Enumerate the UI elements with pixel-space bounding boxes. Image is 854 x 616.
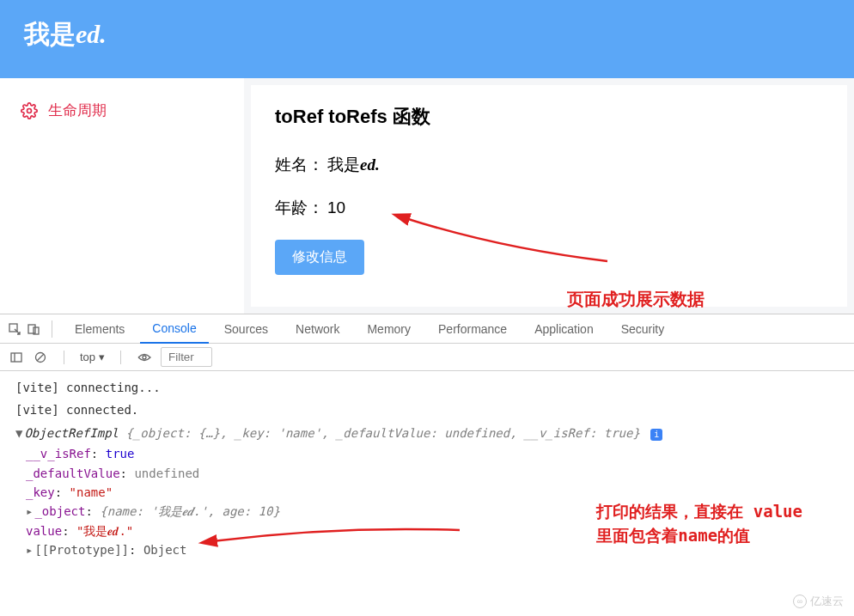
gear-icon [21, 102, 38, 119]
annotation-arrow-icon [397, 214, 612, 265]
chevron-down-icon: ▾ [99, 351, 105, 363]
content-panel: toRef toRefs 函数 姓名： 我是ed. 年龄： 10 修改信息 [251, 85, 847, 307]
devtools-tabs: Elements Console Sources Network Memory … [0, 314, 854, 344]
tab-memory[interactable]: Memory [355, 315, 423, 343]
tab-elements[interactable]: Elements [63, 315, 137, 343]
console-line: [vite] connected. [7, 399, 847, 421]
name-row: 姓名： 我是ed. [275, 154, 823, 176]
age-value: 10 [327, 198, 345, 217]
header-title-prefix: 我是 [24, 20, 76, 48]
inspect-icon[interactable] [7, 321, 22, 337]
sidebar-item-ref-reactive[interactable]: ref reactive 函数 [0, 207, 244, 271]
console-object[interactable]: ▼ObjectRefImpl {_object: {…}, _key: 'nam… [7, 422, 847, 444]
annotation-console-result: 打印的结果，直接在 value 里面包含着name的值 [596, 499, 802, 548]
watermark-icon: ∞ [793, 595, 807, 608]
tab-console[interactable]: Console [140, 314, 208, 344]
svg-point-1 [27, 173, 32, 177]
svg-rect-6 [11, 353, 21, 362]
sidebar-item-lifecycle[interactable]: 生命周期 [0, 78, 244, 143]
content-heading: toRef toRefs 函数 [275, 104, 823, 130]
watermark: ∞ 亿速云 [793, 594, 844, 609]
expander-icon[interactable]: ▼ [15, 426, 22, 440]
app-header: 我是ed. [0, 0, 854, 78]
filter-input[interactable] [161, 347, 212, 367]
console-toolbar: top ▾ [0, 344, 854, 371]
sidebar-item-label: 生命周期 [48, 101, 107, 120]
name-value: 我是ed. [327, 154, 380, 176]
console-output: [vite] connecting... [vite] connected. ▼… [0, 371, 854, 565]
expander-icon[interactable]: ▸ [26, 504, 33, 518]
name-label: 姓名： [275, 154, 324, 176]
devtools: Elements Console Sources Network Memory … [0, 314, 854, 616]
sidebar-item-label: ref reactive 函数 [48, 229, 154, 249]
gear-icon [21, 167, 38, 184]
age-label: 年龄： [275, 197, 324, 219]
console-line: [vite] connecting... [7, 376, 847, 399]
svg-line-9 [37, 354, 44, 361]
svg-point-2 [27, 237, 32, 241]
tab-security[interactable]: Security [609, 315, 677, 343]
expander-icon[interactable]: ▸ [26, 543, 33, 557]
tab-sources[interactable]: Sources [212, 315, 280, 343]
age-row: 年龄： 10 [275, 197, 823, 219]
svg-rect-4 [28, 325, 35, 333]
sidebar-item-label: setup 函数 [48, 165, 117, 185]
tab-network[interactable]: Network [284, 315, 351, 343]
sidebar-item-setup[interactable]: setup 函数 [0, 143, 244, 207]
eye-icon[interactable] [137, 350, 152, 365]
device-icon[interactable] [26, 321, 41, 337]
svg-point-10 [143, 356, 146, 359]
info-icon[interactable]: i [650, 429, 662, 441]
modify-button[interactable]: 修改信息 [275, 240, 364, 275]
clear-console-icon[interactable] [33, 350, 48, 365]
gear-icon [21, 231, 38, 248]
sidebar: 生命周期 setup 函数 ref reactive 函数 [0, 78, 244, 314]
context-selector[interactable]: top ▾ [80, 351, 105, 363]
tab-application[interactable]: Application [522, 315, 606, 343]
svg-point-0 [27, 108, 32, 113]
annotation-page-success: 页面成功展示数据 [567, 288, 828, 311]
tab-performance[interactable]: Performance [426, 315, 519, 343]
header-title-em: ed. [76, 20, 107, 48]
sidebar-toggle-icon[interactable] [9, 350, 24, 365]
